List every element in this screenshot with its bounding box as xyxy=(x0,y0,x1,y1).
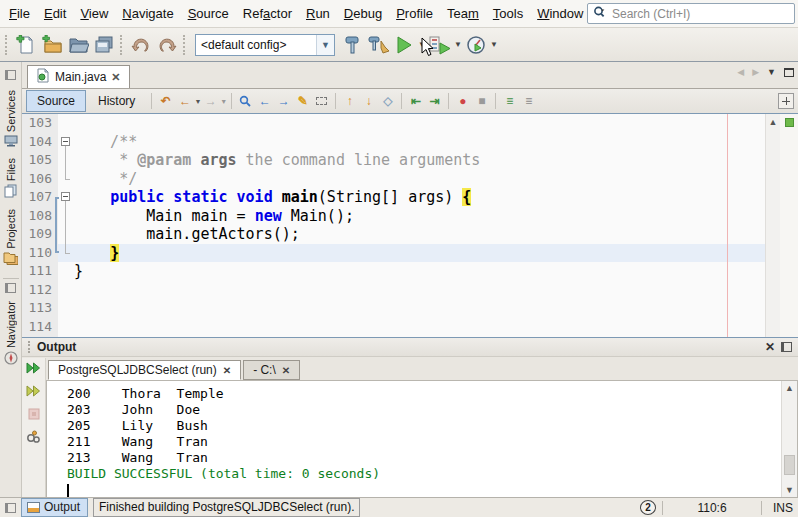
forward-icon[interactable]: → xyxy=(201,92,220,111)
last-edit-location-icon[interactable]: ↶ xyxy=(156,92,175,111)
find-previous-icon[interactable]: ← xyxy=(255,92,274,111)
highlight-search-icon[interactable]: ✎ xyxy=(293,92,312,111)
previous-bookmark-icon[interactable]: ↑ xyxy=(340,92,359,111)
history-view-button[interactable]: History xyxy=(88,91,145,111)
output-drag-handle[interactable] xyxy=(28,341,31,353)
start-macro-recording-icon[interactable]: ● xyxy=(453,92,472,111)
menu-window[interactable]: Window xyxy=(530,2,590,25)
find-selection-icon[interactable] xyxy=(236,92,255,111)
fold-collapse-icon[interactable] xyxy=(58,188,74,207)
rerun-button[interactable] xyxy=(25,360,43,376)
code-line-106[interactable]: 106 */ xyxy=(22,170,798,189)
menu-view[interactable]: View xyxy=(73,2,115,25)
config-select[interactable]: <default config> ▼ xyxy=(195,34,335,56)
scroll-up-icon[interactable]: ▲ xyxy=(782,383,797,393)
back-icon[interactable]: ← xyxy=(175,92,194,111)
undo-button[interactable] xyxy=(128,32,154,58)
sidebar-item-projects[interactable]: Projects xyxy=(3,205,18,272)
code-line-111[interactable]: 111} xyxy=(22,262,798,281)
scroll-tabs-right-icon[interactable]: ▶ xyxy=(752,67,759,77)
dock-icon[interactable] xyxy=(5,503,16,513)
toolbar-grip[interactable] xyxy=(183,35,188,55)
redo-button[interactable] xyxy=(154,32,180,58)
menu-debug[interactable]: Debug xyxy=(337,2,389,25)
close-icon[interactable]: ✕ xyxy=(111,71,120,84)
menu-profile[interactable]: Profile xyxy=(389,2,440,25)
comment-icon[interactable]: ≡ xyxy=(500,92,519,111)
code-line-107[interactable]: 107 public static void main(String[] arg… xyxy=(22,188,798,207)
output-panel-toggle-button[interactable]: Output xyxy=(21,498,88,517)
code-line-109[interactable]: 109 main.getActors(); xyxy=(22,225,798,244)
scroll-up-icon[interactable]: ▲ xyxy=(766,114,780,127)
menu-edit[interactable]: Edit xyxy=(37,2,73,25)
close-icon[interactable]: ✕ xyxy=(282,365,290,376)
rectangular-selection-icon[interactable] xyxy=(312,92,331,111)
run-dropdown-icon[interactable]: ▼ xyxy=(417,32,427,58)
close-icon[interactable]: ✕ xyxy=(765,340,775,354)
toolbar-grip[interactable] xyxy=(5,35,10,55)
new-project-button[interactable] xyxy=(39,32,65,58)
tab-main-java[interactable]: Main.java ✕ xyxy=(27,65,130,88)
search-input[interactable]: Search (Ctrl+I) xyxy=(587,3,795,24)
open-project-button[interactable] xyxy=(65,32,91,58)
run-project-button[interactable] xyxy=(391,32,417,58)
minimize-window-group-icon[interactable] xyxy=(5,283,16,293)
code-line-108[interactable]: 108 Main main = new Main(); xyxy=(22,207,798,226)
chevron-down-icon[interactable]: ▼ xyxy=(316,35,334,55)
split-window-icon[interactable] xyxy=(778,93,794,109)
output-console[interactable]: 200 Thora Temple203 John Doe205 Lily Bus… xyxy=(46,380,798,497)
uncomment-icon[interactable]: ≡ xyxy=(519,92,538,111)
next-bookmark-icon[interactable]: ↓ xyxy=(359,92,378,111)
menu-run[interactable]: Run xyxy=(299,2,337,25)
code-line-113[interactable]: 113 xyxy=(22,299,798,318)
search-icon[interactable] xyxy=(593,6,608,22)
output-tab-0[interactable]: PostgreSQLJDBCSelect (run)✕ xyxy=(48,360,241,380)
toggle-bookmark-icon[interactable]: ◇ xyxy=(378,92,397,111)
code-line-105[interactable]: 105 * @param args the command line argum… xyxy=(22,151,798,170)
find-next-icon[interactable]: → xyxy=(274,92,293,111)
rerun-with-options-button[interactable] xyxy=(25,383,43,399)
maximize-window-icon[interactable] xyxy=(784,68,794,77)
profile-dropdown-icon[interactable]: ▼ xyxy=(489,32,499,58)
error-stripe[interactable] xyxy=(780,114,798,337)
tab-list-dropdown-icon[interactable]: ▼ xyxy=(767,67,776,77)
menu-refactor[interactable]: Refactor xyxy=(236,2,299,25)
stop-macro-recording-icon[interactable]: ■ xyxy=(472,92,491,111)
float-window-icon[interactable] xyxy=(781,342,792,352)
menu-source[interactable]: Source xyxy=(181,2,236,25)
fold-collapse-icon[interactable] xyxy=(58,133,74,152)
scrollbar-thumb[interactable] xyxy=(784,455,795,475)
shift-right-icon[interactable]: ⇥ xyxy=(425,92,444,111)
menu-team[interactable]: Team xyxy=(440,2,486,25)
debug-dropdown-icon[interactable]: ▼ xyxy=(453,32,463,58)
scroll-tabs-left-icon[interactable]: ◀ xyxy=(737,67,744,77)
code-line-104[interactable]: 104 /** xyxy=(22,133,798,152)
code-editor[interactable]: 103104 /**105 * @param args the command … xyxy=(22,113,798,337)
menu-tools[interactable]: Tools xyxy=(486,2,530,25)
sidebar-item-files[interactable]: Files xyxy=(3,154,18,205)
build-project-button[interactable] xyxy=(339,32,365,58)
code-line-110[interactable]: 110 } xyxy=(22,244,798,263)
sidebar-item-services[interactable]: Services xyxy=(3,86,18,154)
debug-project-button[interactable] xyxy=(427,32,453,58)
code-line-114[interactable]: 114 xyxy=(22,318,798,337)
code-line-112[interactable]: 112 xyxy=(22,281,798,300)
menu-navigate[interactable]: Navigate xyxy=(115,2,180,25)
notifications-badge[interactable]: 2 xyxy=(640,500,656,515)
toolbar-grip[interactable] xyxy=(120,35,125,55)
clean-build-button[interactable] xyxy=(365,32,391,58)
editor-scrollbar[interactable]: ▲ xyxy=(765,114,780,337)
save-all-button[interactable] xyxy=(91,32,117,58)
settings-gears-icon[interactable] xyxy=(25,429,43,445)
stop-build-button[interactable] xyxy=(25,406,43,422)
output-header[interactable]: Output ✕ xyxy=(22,337,798,357)
menu-file[interactable]: File xyxy=(2,2,37,25)
minimize-window-group-icon[interactable] xyxy=(5,70,16,80)
profile-project-button[interactable] xyxy=(463,32,489,58)
source-view-button[interactable]: Source xyxy=(26,90,86,112)
shift-left-icon[interactable]: ⇤ xyxy=(406,92,425,111)
new-file-button[interactable] xyxy=(13,32,39,58)
close-icon[interactable]: ✕ xyxy=(223,365,231,376)
scroll-down-icon[interactable]: ▼ xyxy=(782,485,797,495)
code-line-103[interactable]: 103 xyxy=(22,114,798,133)
